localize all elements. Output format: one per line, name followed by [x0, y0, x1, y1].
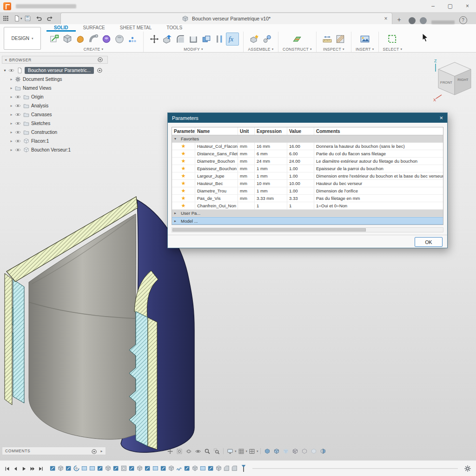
timeline-feature-rect-pattern[interactable]: [81, 465, 88, 472]
expand-triangle-icon[interactable]: ▸: [8, 86, 14, 90]
ribbon-tab-tools[interactable]: TOOLS: [159, 24, 190, 32]
step-back-icon[interactable]: [11, 465, 20, 473]
timeline-feature-sketch[interactable]: [128, 465, 136, 472]
vs-shaded-edges-icon[interactable]: [272, 447, 281, 456]
insert-image-icon[interactable]: [358, 33, 371, 46]
expand-triangle-icon[interactable]: ▸: [8, 148, 14, 152]
extensions-icon[interactable]: [409, 17, 416, 24]
look-at-icon[interactable]: [193, 447, 203, 456]
browser-item-named-views[interactable]: ▸Named Views: [2, 84, 108, 93]
timeline-feature-coil[interactable]: [176, 465, 183, 472]
align-icon[interactable]: [213, 33, 226, 46]
timeline-feature-sketch[interactable]: [112, 465, 120, 472]
ok-button[interactable]: OK: [415, 237, 443, 247]
parameter-expression[interactable]: 16 mm: [255, 143, 287, 150]
go-to-end-icon[interactable]: [36, 465, 45, 473]
eye-icon[interactable]: [14, 138, 21, 145]
timeline-feature-sketch[interactable]: [160, 465, 167, 472]
fx-icon[interactable]: fx: [226, 33, 239, 46]
close-button[interactable]: ×: [459, 0, 476, 12]
favorite-star-icon[interactable]: ★: [172, 172, 195, 179]
parameter-expression[interactable]: 3.33 mm: [255, 195, 287, 202]
create-sketch-icon[interactable]: [48, 33, 61, 46]
help-icon[interactable]: ?: [459, 16, 467, 24]
timeline-feature-rect-pattern[interactable]: [89, 465, 96, 472]
move-icon[interactable]: [148, 33, 161, 46]
expand-triangle-icon[interactable]: ▸: [8, 104, 14, 108]
browser-root-row[interactable]: ▾ Bouchon verseur Parametric...: [2, 66, 108, 75]
timeline-feature-revolve[interactable]: [73, 465, 80, 472]
favorite-star-icon[interactable]: ★: [172, 180, 195, 187]
eye-icon[interactable]: [14, 146, 21, 153]
torus-icon[interactable]: [100, 33, 113, 46]
design-dropdown[interactable]: DESIGN▾: [4, 27, 41, 50]
browser-options-icon[interactable]: [97, 56, 104, 63]
parameter-expression[interactable]: 1 mm: [255, 187, 287, 194]
select-icon[interactable]: [386, 33, 399, 46]
eye-icon[interactable]: [14, 102, 21, 109]
eye-icon[interactable]: [14, 129, 21, 136]
go-to-start-icon[interactable]: [3, 465, 11, 473]
group-label-insert[interactable]: INSERT▾: [356, 47, 374, 52]
expand-triangle-icon[interactable]: ▸: [8, 139, 14, 143]
group-label-assemble[interactable]: ASSEMBLE▾: [248, 47, 273, 52]
parameter-row-distance-sans-filet-[interactable]: ★Distance_Sans_Filet...mm6 mm6.00Partie …: [172, 150, 443, 158]
favorite-star-icon[interactable]: ★: [172, 165, 195, 172]
app-menu-icon[interactable]: [0, 13, 11, 23]
play-icon[interactable]: [20, 465, 28, 473]
parameter-row-hauteur-bec[interactable]: ★Hauteur_Becmm10 mm10.00Hauteur du bec v…: [172, 180, 443, 187]
combine-icon[interactable]: [200, 33, 213, 46]
timeline-feature-sketch[interactable]: [97, 465, 104, 472]
timeline-feature-rect-pattern[interactable]: [199, 465, 207, 472]
favorites-group-row[interactable]: ▾Favorites: [172, 135, 443, 143]
vs-shaded-hidden-icon[interactable]: [281, 447, 291, 456]
browser-item-construction[interactable]: ▸Construction: [2, 128, 108, 137]
timeline-position-marker[interactable]: [240, 464, 247, 473]
zoom-icon[interactable]: [203, 447, 212, 456]
expand-arrow-icon[interactable]: ▸: [174, 219, 178, 223]
save-icon[interactable]: [22, 13, 33, 23]
section-analysis-icon[interactable]: [334, 33, 347, 46]
timeline-feature-sketch[interactable]: [65, 465, 73, 472]
group-label-construct[interactable]: CONSTRUCT▾: [283, 47, 312, 52]
parameter-row-pas-de-vis[interactable]: ★Pas_de_Vismm3.33 mm3.33Pas du filetage …: [172, 195, 443, 202]
expand-triangle-icon[interactable]: ▸: [8, 95, 14, 99]
viewports-icon[interactable]: [247, 447, 257, 456]
parameter-row-epaisseur-bouchon[interactable]: ★Epaisseur_Bouchonmm1 mm1.00Epaisseur de…: [172, 165, 443, 172]
grid-settings-icon[interactable]: [237, 447, 246, 456]
eye-icon[interactable]: [8, 67, 15, 74]
scrollbar-thumb[interactable]: [172, 228, 366, 231]
favorite-star-icon[interactable]: ★: [172, 150, 195, 157]
expand-arrow-icon[interactable]: ▾: [174, 137, 178, 141]
shell-icon[interactable]: [187, 33, 200, 46]
parameter-expression[interactable]: 24 mm: [255, 158, 287, 165]
timeline-feature-extrude[interactable]: [215, 465, 223, 472]
primitive-box-icon[interactable]: [61, 33, 74, 46]
form-icon[interactable]: [74, 33, 87, 46]
timeline-feature-extrude[interactable]: [192, 465, 199, 472]
group-label-create[interactable]: CREATE▾: [84, 47, 103, 52]
step-forward-icon[interactable]: [28, 465, 36, 473]
document-tab[interactable]: Bouchon verseur Parametrique v10* ×: [60, 13, 392, 24]
expand-arrow-icon[interactable]: ▸: [174, 211, 178, 215]
expand-triangle-icon[interactable]: ▸: [8, 77, 14, 81]
user-name-redacted[interactable]: [431, 20, 455, 24]
expand-triangle-icon[interactable]: ▾: [2, 68, 8, 73]
favorite-star-icon[interactable]: ★: [172, 202, 195, 209]
press-pull-icon[interactable]: [161, 33, 174, 46]
expand-triangle-icon[interactable]: ▸: [8, 112, 14, 117]
new-tab-button[interactable]: +: [394, 15, 404, 24]
undo-icon[interactable]: [33, 13, 45, 23]
browser-item-canvases[interactable]: ▸Canvases: [2, 110, 108, 119]
pan-icon[interactable]: [165, 447, 175, 456]
timeline-settings-gear-icon[interactable]: [463, 464, 472, 473]
parameter-row-diametre-bouchon[interactable]: ★Diametre_Bouchonmm24 mm24.00Le diamètre…: [172, 158, 443, 165]
dialog-close-icon[interactable]: ×: [439, 114, 443, 121]
browser-item-analysis[interactable]: ▸Analysis: [2, 101, 108, 110]
maximize-button[interactable]: ▢: [442, 0, 459, 12]
vs-wireframe-icon[interactable]: [291, 447, 300, 456]
view-cube[interactable]: Z FRONT RIGHT X: [431, 58, 476, 102]
vs-halves-icon[interactable]: [318, 447, 328, 456]
group-row-model-[interactable]: ▸Model ...: [172, 217, 443, 225]
browser-header[interactable]: ◂ BROWSER: [2, 56, 108, 64]
